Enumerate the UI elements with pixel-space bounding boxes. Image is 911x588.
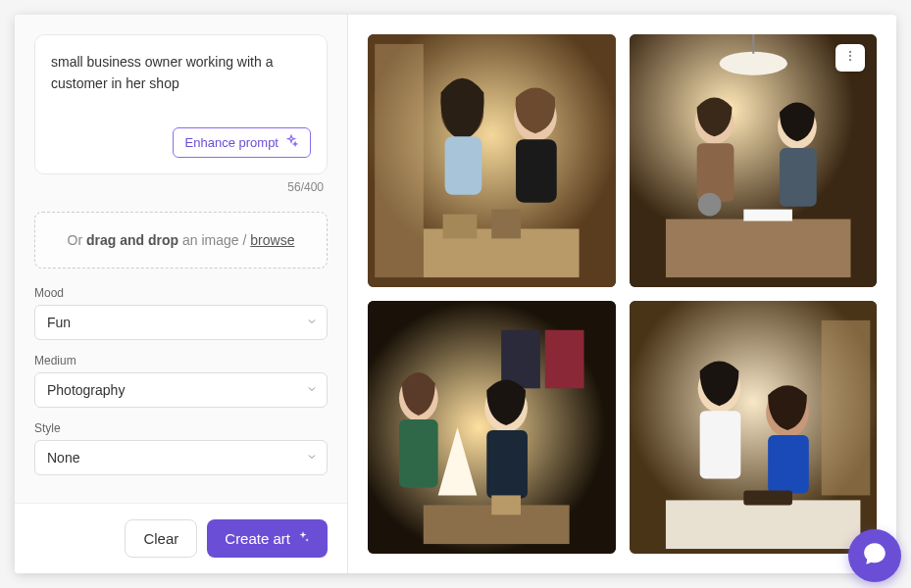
- sparkle-icon: [296, 530, 310, 547]
- svg-point-18: [697, 193, 721, 217]
- svg-rect-32: [699, 411, 740, 478]
- prompt-card: Enhance prompt: [34, 34, 328, 174]
- style-field: Style None: [34, 421, 328, 475]
- generated-image-3[interactable]: [368, 301, 616, 554]
- generated-image-1[interactable]: [368, 34, 616, 287]
- svg-rect-34: [768, 435, 809, 494]
- generated-image-4[interactable]: [630, 301, 878, 554]
- create-art-button[interactable]: Create art: [207, 519, 328, 558]
- medium-field: Medium Photography: [34, 354, 328, 408]
- char-counter: 56/400: [34, 180, 324, 194]
- dropzone-mid: an image /: [178, 232, 250, 248]
- chat-icon: [862, 541, 887, 570]
- sidebar: Enhance prompt 56/400 Or drag and drop a…: [15, 15, 348, 573]
- enhance-label: Enhance prompt: [185, 135, 278, 150]
- svg-rect-30: [821, 320, 870, 496]
- svg-rect-23: [399, 419, 438, 487]
- svg-rect-16: [665, 220, 850, 278]
- svg-point-37: [849, 51, 851, 53]
- svg-rect-7: [443, 215, 478, 239]
- style-value: None: [34, 440, 328, 475]
- image-grid: [368, 34, 877, 554]
- dropzone-prefix: Or: [68, 232, 86, 248]
- svg-rect-3: [445, 136, 482, 195]
- mood-field: Mood Fun: [34, 286, 328, 340]
- sidebar-content: Enhance prompt 56/400 Or drag and drop a…: [15, 15, 347, 503]
- generated-image-2[interactable]: [630, 34, 878, 287]
- svg-rect-1: [375, 44, 424, 277]
- style-label: Style: [34, 421, 328, 435]
- svg-point-39: [849, 59, 851, 61]
- svg-rect-15: [780, 148, 817, 207]
- svg-rect-28: [491, 495, 521, 514]
- svg-rect-13: [696, 143, 734, 202]
- svg-rect-35: [665, 500, 859, 549]
- svg-point-38: [849, 55, 851, 57]
- medium-value: Photography: [34, 372, 328, 408]
- results-panel: [348, 15, 896, 573]
- mood-label: Mood: [34, 286, 328, 300]
- enhance-row: Enhance prompt: [51, 127, 311, 158]
- enhance-prompt-button[interactable]: Enhance prompt: [173, 127, 311, 158]
- clear-button[interactable]: Clear: [125, 519, 197, 558]
- dropzone-strong: drag and drop: [86, 232, 178, 248]
- svg-rect-8: [491, 210, 521, 239]
- image-dropzone[interactable]: Or drag and drop an image / browse: [34, 212, 328, 269]
- mood-select[interactable]: Fun: [34, 305, 328, 340]
- action-bar: Clear Create art: [15, 503, 347, 573]
- svg-point-10: [719, 52, 786, 75]
- prompt-input[interactable]: [51, 51, 311, 98]
- medium-select[interactable]: Photography: [34, 372, 328, 408]
- svg-rect-5: [516, 139, 557, 203]
- style-select[interactable]: None: [34, 440, 328, 475]
- svg-rect-20: [501, 330, 540, 389]
- app-window: Enhance prompt 56/400 Or drag and drop a…: [15, 15, 896, 573]
- medium-label: Medium: [34, 354, 328, 368]
- sparkle-icon: [284, 134, 298, 151]
- svg-rect-17: [743, 210, 792, 221]
- chat-button[interactable]: [848, 529, 901, 582]
- svg-rect-21: [545, 330, 584, 389]
- mood-value: Fun: [34, 305, 328, 340]
- image-options-button[interactable]: [835, 44, 865, 72]
- browse-link[interactable]: browse: [250, 232, 294, 248]
- create-label: Create art: [225, 530, 290, 547]
- svg-rect-25: [486, 430, 528, 498]
- svg-rect-36: [743, 491, 792, 506]
- kebab-icon: [843, 49, 857, 67]
